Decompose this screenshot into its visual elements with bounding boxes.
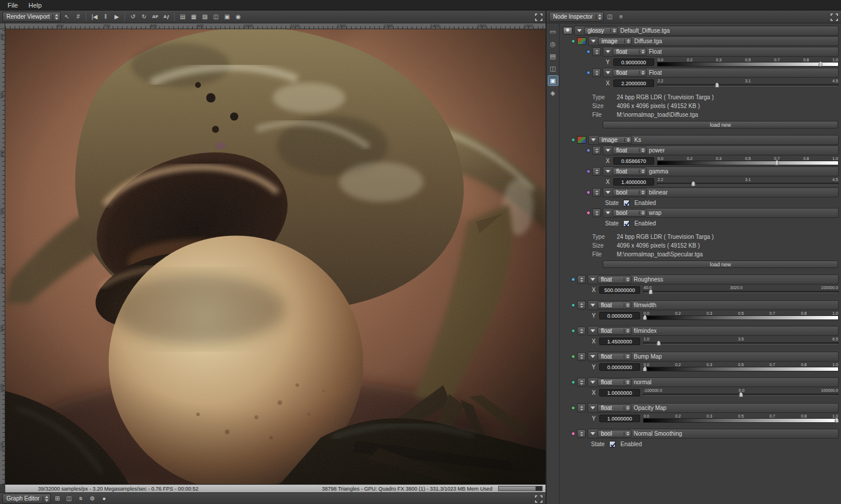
collapse-icon[interactable] xyxy=(606,170,610,173)
film-icon[interactable]: ▤ xyxy=(548,51,558,61)
slider[interactable]: 2.23.14.5 xyxy=(657,178,839,187)
settings-icon[interactable]: ⚙ xyxy=(88,493,98,503)
node-type-icon[interactable] xyxy=(592,208,601,217)
slider-track[interactable] xyxy=(657,84,839,86)
value-input[interactable]: 0.9000000 xyxy=(613,58,654,66)
collapse-icon[interactable] xyxy=(606,71,610,74)
node-type-select[interactable]: float xyxy=(597,404,631,412)
pin-dot[interactable] xyxy=(586,211,590,215)
turntable-icon[interactable]: ↺ xyxy=(128,12,138,22)
viewport-selector[interactable]: Render Viewport xyxy=(2,12,61,22)
slider[interactable]: 40.03020.0100000.0 xyxy=(643,286,839,295)
cursor-icon[interactable]: ↖ xyxy=(62,12,72,22)
fullscreen-icon[interactable] xyxy=(830,13,838,21)
slider-handle[interactable] xyxy=(691,181,696,186)
node-type-select[interactable]: float xyxy=(613,69,647,77)
node-type-select[interactable]: float xyxy=(597,276,631,283)
autofocus-icon[interactable]: AF xyxy=(150,12,160,22)
node-type-icon[interactable] xyxy=(592,188,601,197)
slider[interactable]: 1.03.56.5 xyxy=(643,337,839,346)
node-type-icon[interactable] xyxy=(577,301,586,310)
node-type-icon[interactable] xyxy=(577,275,586,284)
collapse-icon[interactable] xyxy=(577,29,582,32)
slider-handle[interactable] xyxy=(656,340,661,346)
checkbox[interactable] xyxy=(623,220,630,227)
node-type-select[interactable]: float xyxy=(613,168,647,175)
node-type-select[interactable]: float xyxy=(613,48,647,55)
pause-icon[interactable]: ‖ xyxy=(100,12,110,22)
slider[interactable]: 0.00.20.30.50.70.81.0 xyxy=(643,363,839,372)
save-image-icon[interactable]: ◫ xyxy=(211,12,221,22)
render-canvas[interactable] xyxy=(5,29,545,484)
slider[interactable]: 0.00.20.30.50.70.81.0 xyxy=(657,58,839,67)
pin-dot[interactable] xyxy=(571,432,575,436)
slider[interactable]: 2.23.14.5 xyxy=(657,79,839,88)
slider[interactable]: 0.00.20.30.50.70.81.0 xyxy=(643,311,839,321)
pin-dot[interactable] xyxy=(571,39,575,43)
slider-handle[interactable] xyxy=(649,289,653,294)
pin-dot[interactable] xyxy=(571,380,575,384)
slider-track[interactable] xyxy=(643,315,839,320)
pin-dot[interactable] xyxy=(571,406,575,410)
collapse-icon[interactable] xyxy=(591,40,596,43)
value-input[interactable]: 500.0000000 xyxy=(599,286,640,294)
node-type-select[interactable]: bool xyxy=(597,430,631,437)
node-type-icon[interactable] xyxy=(592,47,601,56)
node-type-icon[interactable] xyxy=(592,146,601,155)
add-node-icon[interactable]: ⊞ xyxy=(53,493,62,503)
collapse-icon[interactable] xyxy=(590,355,595,358)
node-type-select[interactable]: float xyxy=(597,353,631,360)
collapse-icon[interactable] xyxy=(590,304,595,307)
node-type-select[interactable]: glossy xyxy=(584,27,618,34)
save-graph-icon[interactable]: ◫ xyxy=(64,493,74,503)
node-type-icon[interactable] xyxy=(577,352,586,361)
subsample-icon[interactable]: Aƒ xyxy=(161,12,171,22)
panel-menu-icon[interactable]: ≡ xyxy=(616,12,626,22)
checkbox[interactable] xyxy=(609,441,616,447)
value-input[interactable]: 0.0000000 xyxy=(599,312,640,319)
collapse-icon[interactable] xyxy=(590,432,595,435)
collapse-icon[interactable] xyxy=(590,406,595,409)
script-icon[interactable]: S xyxy=(76,493,86,503)
pin-dot[interactable] xyxy=(571,277,575,281)
render-target-icon[interactable]: ◈ xyxy=(548,88,558,98)
pin-dot[interactable] xyxy=(586,169,590,173)
refresh-icon[interactable]: ↻ xyxy=(139,12,149,22)
slider-handle[interactable] xyxy=(715,82,719,88)
slider[interactable]: 0.00.20.30.50.70.81.0 xyxy=(657,157,839,166)
collapse-icon[interactable] xyxy=(590,329,595,332)
save-icon[interactable]: ◫ xyxy=(548,63,558,74)
fullscreen-icon[interactable] xyxy=(534,13,543,21)
menu-help[interactable]: Help xyxy=(23,1,47,10)
collapse-icon[interactable] xyxy=(606,211,610,214)
checkbox[interactable] xyxy=(623,200,630,206)
node-type-icon[interactable] xyxy=(577,404,586,412)
node-type-select[interactable]: image xyxy=(598,37,632,45)
collapse-icon[interactable] xyxy=(591,138,596,141)
node-type-icon[interactable] xyxy=(577,326,586,335)
slider-track[interactable] xyxy=(643,291,839,293)
menu-file[interactable]: File xyxy=(2,1,23,10)
picture-icon[interactable]: ▣ xyxy=(222,12,232,22)
slider-handle[interactable] xyxy=(739,392,743,397)
load-new-button[interactable]: load new xyxy=(603,121,838,128)
inspector-selector[interactable]: Node Inspector xyxy=(549,12,604,22)
checkerboard-icon[interactable]: ▦ xyxy=(189,12,199,22)
fullscreen-icon[interactable] xyxy=(534,495,543,503)
node-type-select[interactable]: float xyxy=(597,378,631,386)
slider-track[interactable] xyxy=(643,367,839,371)
slider[interactable]: 0.00.20.30.50.70.81.0 xyxy=(643,414,839,423)
graph-editor-selector[interactable]: Graph Editor xyxy=(2,493,51,503)
value-input[interactable]: 1.0000000 xyxy=(599,389,640,397)
collapse-icon[interactable] xyxy=(606,50,610,53)
image-icon[interactable]: ▣ xyxy=(548,75,558,86)
slider-track[interactable] xyxy=(643,342,839,345)
lock-resolution-icon[interactable]: ◉ xyxy=(233,12,243,22)
pin-dot[interactable] xyxy=(571,138,575,142)
pin-dot[interactable] xyxy=(586,190,590,194)
node-type-icon[interactable] xyxy=(592,167,601,176)
value-input[interactable]: 1.4000000 xyxy=(613,178,654,186)
value-input[interactable]: 1.0000000 xyxy=(599,415,640,422)
display-icon[interactable]: ▭ xyxy=(548,26,558,37)
node-type-select[interactable]: float xyxy=(597,301,631,309)
